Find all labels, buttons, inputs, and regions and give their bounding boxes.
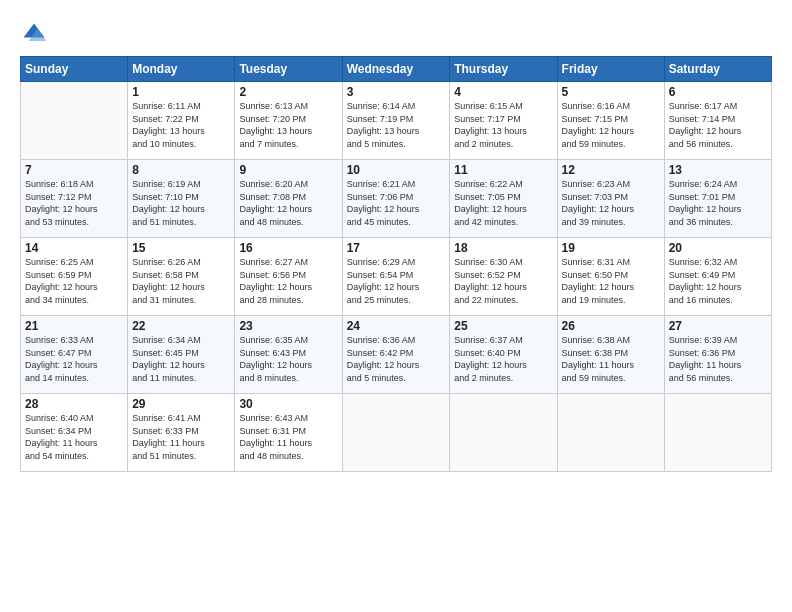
calendar-cell: 15Sunrise: 6:26 AM Sunset: 6:58 PM Dayli…	[128, 238, 235, 316]
day-info: Sunrise: 6:40 AM Sunset: 6:34 PM Dayligh…	[25, 412, 123, 462]
calendar-cell: 12Sunrise: 6:23 AM Sunset: 7:03 PM Dayli…	[557, 160, 664, 238]
calendar-cell: 30Sunrise: 6:43 AM Sunset: 6:31 PM Dayli…	[235, 394, 342, 472]
day-number: 16	[239, 241, 337, 255]
day-info: Sunrise: 6:33 AM Sunset: 6:47 PM Dayligh…	[25, 334, 123, 384]
day-number: 29	[132, 397, 230, 411]
calendar-cell: 4Sunrise: 6:15 AM Sunset: 7:17 PM Daylig…	[450, 82, 557, 160]
day-info: Sunrise: 6:32 AM Sunset: 6:49 PM Dayligh…	[669, 256, 767, 306]
calendar-week-row: 28Sunrise: 6:40 AM Sunset: 6:34 PM Dayli…	[21, 394, 772, 472]
calendar-cell: 2Sunrise: 6:13 AM Sunset: 7:20 PM Daylig…	[235, 82, 342, 160]
calendar-cell: 18Sunrise: 6:30 AM Sunset: 6:52 PM Dayli…	[450, 238, 557, 316]
calendar-week-row: 21Sunrise: 6:33 AM Sunset: 6:47 PM Dayli…	[21, 316, 772, 394]
day-number: 8	[132, 163, 230, 177]
day-number: 1	[132, 85, 230, 99]
day-info: Sunrise: 6:36 AM Sunset: 6:42 PM Dayligh…	[347, 334, 446, 384]
calendar-cell: 9Sunrise: 6:20 AM Sunset: 7:08 PM Daylig…	[235, 160, 342, 238]
column-header-sunday: Sunday	[21, 57, 128, 82]
day-number: 5	[562, 85, 660, 99]
column-header-monday: Monday	[128, 57, 235, 82]
day-info: Sunrise: 6:39 AM Sunset: 6:36 PM Dayligh…	[669, 334, 767, 384]
calendar-week-row: 7Sunrise: 6:18 AM Sunset: 7:12 PM Daylig…	[21, 160, 772, 238]
day-number: 11	[454, 163, 552, 177]
day-number: 26	[562, 319, 660, 333]
calendar-cell: 14Sunrise: 6:25 AM Sunset: 6:59 PM Dayli…	[21, 238, 128, 316]
calendar-cell: 13Sunrise: 6:24 AM Sunset: 7:01 PM Dayli…	[664, 160, 771, 238]
day-number: 7	[25, 163, 123, 177]
calendar-cell: 7Sunrise: 6:18 AM Sunset: 7:12 PM Daylig…	[21, 160, 128, 238]
calendar-cell	[664, 394, 771, 472]
day-info: Sunrise: 6:19 AM Sunset: 7:10 PM Dayligh…	[132, 178, 230, 228]
day-info: Sunrise: 6:15 AM Sunset: 7:17 PM Dayligh…	[454, 100, 552, 150]
calendar-cell	[450, 394, 557, 472]
calendar-cell: 11Sunrise: 6:22 AM Sunset: 7:05 PM Dayli…	[450, 160, 557, 238]
day-info: Sunrise: 6:26 AM Sunset: 6:58 PM Dayligh…	[132, 256, 230, 306]
day-info: Sunrise: 6:41 AM Sunset: 6:33 PM Dayligh…	[132, 412, 230, 462]
calendar-cell: 29Sunrise: 6:41 AM Sunset: 6:33 PM Dayli…	[128, 394, 235, 472]
day-number: 19	[562, 241, 660, 255]
column-header-saturday: Saturday	[664, 57, 771, 82]
day-number: 10	[347, 163, 446, 177]
column-header-tuesday: Tuesday	[235, 57, 342, 82]
day-info: Sunrise: 6:43 AM Sunset: 6:31 PM Dayligh…	[239, 412, 337, 462]
calendar-cell: 10Sunrise: 6:21 AM Sunset: 7:06 PM Dayli…	[342, 160, 450, 238]
calendar-cell: 23Sunrise: 6:35 AM Sunset: 6:43 PM Dayli…	[235, 316, 342, 394]
day-info: Sunrise: 6:35 AM Sunset: 6:43 PM Dayligh…	[239, 334, 337, 384]
logo	[20, 20, 52, 48]
calendar-cell: 28Sunrise: 6:40 AM Sunset: 6:34 PM Dayli…	[21, 394, 128, 472]
day-number: 18	[454, 241, 552, 255]
day-info: Sunrise: 6:22 AM Sunset: 7:05 PM Dayligh…	[454, 178, 552, 228]
day-number: 2	[239, 85, 337, 99]
day-number: 21	[25, 319, 123, 333]
day-info: Sunrise: 6:30 AM Sunset: 6:52 PM Dayligh…	[454, 256, 552, 306]
page: SundayMondayTuesdayWednesdayThursdayFrid…	[0, 0, 792, 612]
calendar-cell	[342, 394, 450, 472]
day-number: 24	[347, 319, 446, 333]
calendar-cell: 24Sunrise: 6:36 AM Sunset: 6:42 PM Dayli…	[342, 316, 450, 394]
day-info: Sunrise: 6:21 AM Sunset: 7:06 PM Dayligh…	[347, 178, 446, 228]
calendar-cell: 3Sunrise: 6:14 AM Sunset: 7:19 PM Daylig…	[342, 82, 450, 160]
calendar-cell	[557, 394, 664, 472]
day-number: 23	[239, 319, 337, 333]
day-info: Sunrise: 6:13 AM Sunset: 7:20 PM Dayligh…	[239, 100, 337, 150]
day-info: Sunrise: 6:11 AM Sunset: 7:22 PM Dayligh…	[132, 100, 230, 150]
day-number: 13	[669, 163, 767, 177]
day-info: Sunrise: 6:14 AM Sunset: 7:19 PM Dayligh…	[347, 100, 446, 150]
day-number: 25	[454, 319, 552, 333]
day-number: 30	[239, 397, 337, 411]
day-number: 6	[669, 85, 767, 99]
calendar-cell: 25Sunrise: 6:37 AM Sunset: 6:40 PM Dayli…	[450, 316, 557, 394]
calendar-cell: 22Sunrise: 6:34 AM Sunset: 6:45 PM Dayli…	[128, 316, 235, 394]
calendar-cell: 26Sunrise: 6:38 AM Sunset: 6:38 PM Dayli…	[557, 316, 664, 394]
day-info: Sunrise: 6:27 AM Sunset: 6:56 PM Dayligh…	[239, 256, 337, 306]
column-header-thursday: Thursday	[450, 57, 557, 82]
column-header-friday: Friday	[557, 57, 664, 82]
header	[20, 16, 772, 48]
calendar-header-row: SundayMondayTuesdayWednesdayThursdayFrid…	[21, 57, 772, 82]
day-info: Sunrise: 6:25 AM Sunset: 6:59 PM Dayligh…	[25, 256, 123, 306]
calendar-cell: 16Sunrise: 6:27 AM Sunset: 6:56 PM Dayli…	[235, 238, 342, 316]
calendar-cell	[21, 82, 128, 160]
column-header-wednesday: Wednesday	[342, 57, 450, 82]
day-number: 22	[132, 319, 230, 333]
day-number: 12	[562, 163, 660, 177]
calendar: SundayMondayTuesdayWednesdayThursdayFrid…	[20, 56, 772, 472]
day-info: Sunrise: 6:38 AM Sunset: 6:38 PM Dayligh…	[562, 334, 660, 384]
calendar-cell: 8Sunrise: 6:19 AM Sunset: 7:10 PM Daylig…	[128, 160, 235, 238]
calendar-cell: 21Sunrise: 6:33 AM Sunset: 6:47 PM Dayli…	[21, 316, 128, 394]
calendar-cell: 1Sunrise: 6:11 AM Sunset: 7:22 PM Daylig…	[128, 82, 235, 160]
day-info: Sunrise: 6:20 AM Sunset: 7:08 PM Dayligh…	[239, 178, 337, 228]
day-info: Sunrise: 6:24 AM Sunset: 7:01 PM Dayligh…	[669, 178, 767, 228]
day-info: Sunrise: 6:29 AM Sunset: 6:54 PM Dayligh…	[347, 256, 446, 306]
day-number: 27	[669, 319, 767, 333]
calendar-week-row: 1Sunrise: 6:11 AM Sunset: 7:22 PM Daylig…	[21, 82, 772, 160]
calendar-cell: 5Sunrise: 6:16 AM Sunset: 7:15 PM Daylig…	[557, 82, 664, 160]
day-info: Sunrise: 6:18 AM Sunset: 7:12 PM Dayligh…	[25, 178, 123, 228]
calendar-cell: 6Sunrise: 6:17 AM Sunset: 7:14 PM Daylig…	[664, 82, 771, 160]
day-number: 20	[669, 241, 767, 255]
day-number: 14	[25, 241, 123, 255]
day-number: 9	[239, 163, 337, 177]
logo-icon	[20, 20, 48, 48]
day-info: Sunrise: 6:17 AM Sunset: 7:14 PM Dayligh…	[669, 100, 767, 150]
day-number: 17	[347, 241, 446, 255]
day-info: Sunrise: 6:31 AM Sunset: 6:50 PM Dayligh…	[562, 256, 660, 306]
